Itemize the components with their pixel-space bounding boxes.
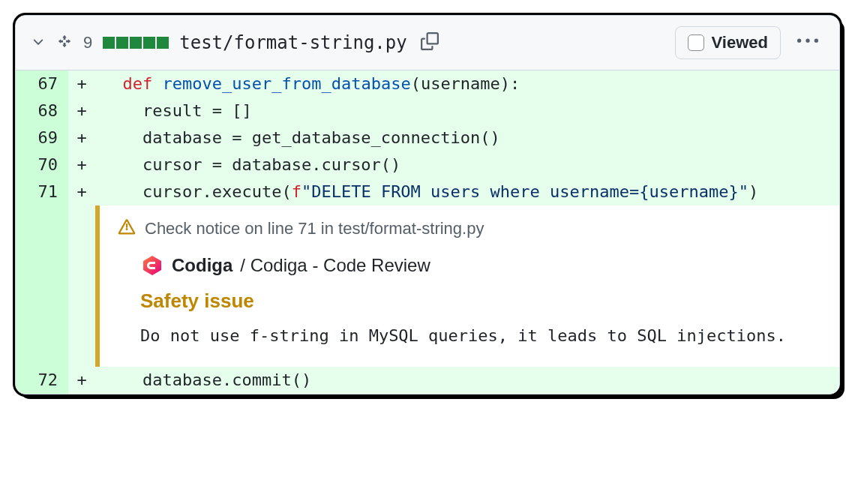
annotation-header: Check notice on line 71 in test/format-s… <box>118 218 821 240</box>
expand-icon[interactable] <box>56 33 73 52</box>
annotation-source: Codiga / Codiga - Code Review <box>140 254 821 278</box>
code-content: database = get_database_connection() <box>95 124 839 152</box>
line-number: 69 <box>16 124 68 152</box>
diff-body: 67 + def remove_user_from_database(usern… <box>16 70 839 394</box>
diff-marker: + <box>68 178 95 206</box>
code-line: 72 + database.commit() <box>16 367 839 394</box>
warning-icon <box>118 218 136 240</box>
annotation-marker-col <box>68 206 95 367</box>
code-line: 71 + cursor.execute(f"DELETE FROM users … <box>16 178 839 206</box>
code-content: cursor.execute(f"DELETE FROM users where… <box>95 178 839 206</box>
copy-path-icon[interactable] <box>421 32 439 53</box>
codiga-logo-icon <box>140 254 164 278</box>
check-annotation: Check notice on line 71 in test/format-s… <box>16 206 839 367</box>
annotation-notice-text: Check notice on line 71 in test/format-s… <box>145 219 484 238</box>
line-number: 72 <box>16 367 68 394</box>
code-line: 69 + database = get_database_connection(… <box>16 124 839 152</box>
line-number: 70 <box>16 152 68 178</box>
diff-marker: + <box>68 124 95 152</box>
annotation-app-name[interactable]: Codiga <box>172 255 232 276</box>
diff-marker: + <box>68 70 95 98</box>
file-header: 9 test/format-string.py Viewed <box>16 16 839 70</box>
diff-marker: + <box>68 367 95 394</box>
collapse-chevron-icon[interactable] <box>31 34 46 52</box>
annotation-gutter <box>16 206 68 367</box>
code-content: def remove_user_from_database(username): <box>95 70 839 98</box>
line-number: 68 <box>16 98 68 124</box>
code-line: 67 + def remove_user_from_database(usern… <box>16 70 839 98</box>
annotation-title: Safety issue <box>140 290 821 313</box>
diff-count: 9 <box>83 33 92 52</box>
annotation-reviewer: / Codiga - Code Review <box>240 255 430 276</box>
viewed-checkbox[interactable] <box>688 34 704 51</box>
diff-stat-squares <box>103 37 169 49</box>
viewed-toggle[interactable]: Viewed <box>675 26 781 59</box>
code-content: cursor = database.cursor() <box>95 152 839 178</box>
diff-marker: + <box>68 152 95 178</box>
code-content: result = [] <box>95 98 839 124</box>
file-menu-icon[interactable] <box>791 31 824 55</box>
code-content: database.commit() <box>95 367 839 394</box>
annotation-body: Check notice on line 71 in test/format-s… <box>95 206 839 367</box>
viewed-label: Viewed <box>712 33 768 52</box>
line-number: 67 <box>16 70 68 98</box>
annotation-message: Do not use f-string in MySQL queries, it… <box>140 323 821 349</box>
diff-file-card: 9 test/format-string.py Viewed 67 + def … <box>15 15 840 394</box>
diff-marker: + <box>68 98 95 124</box>
code-line: 70 + cursor = database.cursor() <box>16 152 839 178</box>
file-path[interactable]: test/format-string.py <box>179 32 406 53</box>
code-line: 68 + result = [] <box>16 98 839 124</box>
line-number: 71 <box>16 178 68 206</box>
